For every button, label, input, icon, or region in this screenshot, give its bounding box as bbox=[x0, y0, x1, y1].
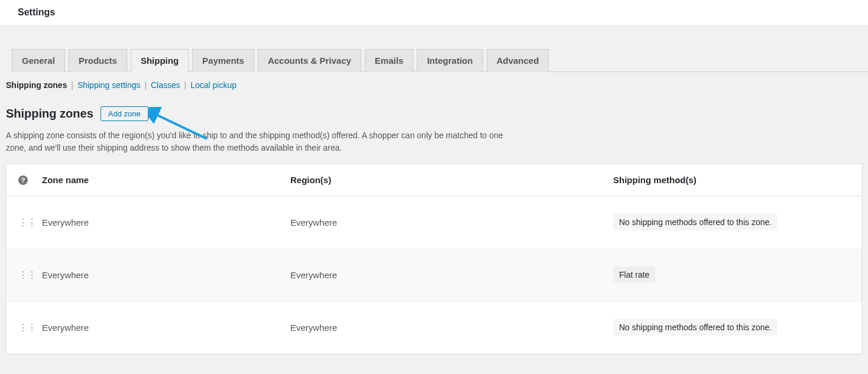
shipping-method-cell: No shipping methods offered to this zone… bbox=[613, 214, 850, 230]
subtab-shipping-zones[interactable]: Shipping zones bbox=[6, 80, 67, 90]
drag-handle-icon[interactable]: ⋮⋮ bbox=[18, 221, 36, 224]
tab-integration[interactable]: Integration bbox=[417, 49, 483, 72]
col-header-zone-name: Zone name bbox=[42, 175, 290, 185]
shipping-method-cell: No shipping methods offered to this zone… bbox=[613, 319, 850, 336]
zone-name-cell: Everywhere bbox=[42, 323, 290, 333]
col-header-shipping-method: Shipping method(s) bbox=[613, 175, 850, 185]
drag-handle-icon[interactable]: ⋮⋮ bbox=[18, 326, 36, 329]
separator: | bbox=[182, 80, 189, 90]
table-row[interactable]: ⋮⋮EverywhereEverywhereNo shipping method… bbox=[7, 196, 861, 249]
drag-handle[interactable]: ⋮⋮ bbox=[18, 221, 42, 224]
table-row[interactable]: ⋮⋮EverywhereEverywhereNo shipping method… bbox=[7, 301, 861, 354]
shipping-zones-heading: Shipping zones bbox=[6, 107, 93, 121]
separator: | bbox=[69, 80, 75, 90]
region-cell: Everywhere bbox=[290, 217, 613, 227]
drag-handle[interactable]: ⋮⋮ bbox=[18, 274, 42, 277]
tab-products[interactable]: Products bbox=[69, 49, 127, 72]
zone-name-cell: Everywhere bbox=[42, 270, 290, 280]
subtab-shipping-settings[interactable]: Shipping settings bbox=[77, 80, 141, 90]
shipping-zones-description: A shipping zone consists of the region(s… bbox=[6, 129, 520, 154]
shipping-method-cell: Flat rate bbox=[613, 266, 850, 283]
subtab-classes[interactable]: Classes bbox=[151, 80, 180, 90]
shipping-subtabs: Shipping zones | Shipping settings | Cla… bbox=[6, 80, 868, 90]
region-cell: Everywhere bbox=[290, 270, 613, 280]
tab-accounts-privacy[interactable]: Accounts & Privacy bbox=[258, 49, 361, 72]
shipping-method-pill: Flat rate bbox=[613, 266, 655, 283]
page-title-bar: Settings bbox=[0, 0, 868, 25]
page-title: Settings bbox=[18, 7, 850, 18]
table-row[interactable]: ⋮⋮EverywhereEverywhereFlat rate bbox=[7, 249, 861, 301]
drag-handle[interactable]: ⋮⋮ bbox=[18, 326, 42, 329]
shipping-zones-table: ? Zone name Region(s) Shipping method(s)… bbox=[6, 164, 862, 355]
tab-advanced[interactable]: Advanced bbox=[487, 49, 549, 72]
zone-name-cell: Everywhere bbox=[42, 217, 290, 227]
tab-shipping[interactable]: Shipping bbox=[131, 49, 189, 72]
settings-tabs: GeneralProductsShippingPaymentsAccounts … bbox=[12, 48, 868, 72]
tab-emails[interactable]: Emails bbox=[365, 49, 413, 72]
tab-payments[interactable]: Payments bbox=[192, 49, 254, 72]
no-shipping-method-pill: No shipping methods offered to this zone… bbox=[613, 319, 778, 336]
col-header-region: Region(s) bbox=[290, 175, 613, 185]
drag-handle-icon[interactable]: ⋮⋮ bbox=[18, 274, 36, 277]
help-icon[interactable]: ? bbox=[18, 175, 28, 185]
tab-general[interactable]: General bbox=[12, 49, 65, 72]
region-cell: Everywhere bbox=[290, 323, 613, 333]
heading-row: Shipping zones Add zone bbox=[6, 106, 868, 121]
no-shipping-method-pill: No shipping methods offered to this zone… bbox=[613, 214, 778, 230]
table-header-row: ? Zone name Region(s) Shipping method(s) bbox=[7, 164, 861, 196]
add-zone-button[interactable]: Add zone bbox=[101, 106, 148, 121]
separator: | bbox=[142, 80, 149, 90]
subtab-local-pickup[interactable]: Local pickup bbox=[190, 80, 237, 90]
table-header-help: ? bbox=[18, 175, 42, 185]
